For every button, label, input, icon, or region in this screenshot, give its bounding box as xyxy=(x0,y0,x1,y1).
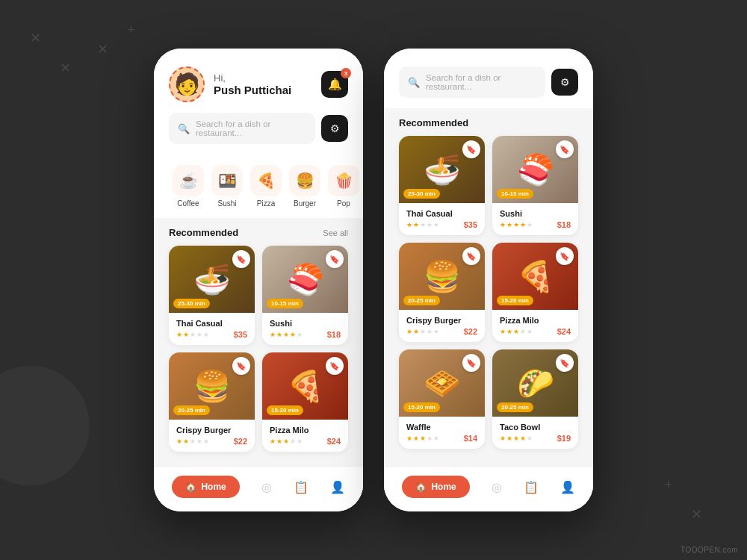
time-badge-thai: 25-30 min xyxy=(173,299,210,308)
search-box-1[interactable]: 🔍 Search for a dish or restaurant... xyxy=(169,113,315,144)
food-card-burger-1[interactable]: 🍔 20-25 min 🔖 Crispy Burger ★ ★ ★ xyxy=(169,352,255,452)
greeting-label: Hi, xyxy=(214,72,291,84)
category-row: ☕ Coffee 🍱 Sushi 🍕 Pizza 🍔 Burger 🍿 xyxy=(154,156,363,218)
watermark: TOOOPEN.com xyxy=(681,546,738,554)
time-badge-sushi-2: 10-15 min xyxy=(497,189,533,199)
food-card-sushi[interactable]: 🍣 10-15 min 🔖 Sushi ★ ★ ★ xyxy=(262,246,348,345)
notification-badge: 3 xyxy=(341,68,351,78)
bookmark-pizza-2[interactable]: 🔖 xyxy=(556,247,574,265)
search-placeholder-2: Search for a dish or restaurant... xyxy=(426,73,536,91)
nav-orders-1[interactable]: 📋 xyxy=(294,480,309,494)
category-burger[interactable]: 🍔 Burger xyxy=(285,165,324,208)
pop-icon-wrap: 🍿 xyxy=(328,165,359,196)
price-sushi-2: $18 xyxy=(557,220,571,229)
nav-orders-2[interactable]: 📋 xyxy=(524,480,539,494)
phone1-header: 🧑 Hi, Push Puttichai 🔔 3 🔍 xyxy=(154,49,363,156)
see-all-button[interactable]: See all xyxy=(323,228,348,237)
food-info-burger-2: Crispy Burger ★ ★ ★ ★ ★ $22 xyxy=(399,310,485,342)
phones-container: 🧑 Hi, Push Puttichai 🔔 3 🔍 xyxy=(154,49,593,511)
filter-button-1[interactable]: ⚙ xyxy=(321,115,348,142)
food-image-sushi-2: 🍣 10-15 min 🔖 xyxy=(492,136,578,203)
food-name-thai-2: Thai Casual xyxy=(406,209,477,218)
home-button-1[interactable]: 🏠 Home xyxy=(172,476,239,498)
price-burger: $22 xyxy=(234,437,247,446)
bookmark-waffle-2[interactable]: 🔖 xyxy=(462,354,480,372)
time-badge-burger: 20-25 min xyxy=(173,405,210,415)
food-info-sushi: Sushi ★ ★ ★ ★ ★ $18 xyxy=(262,313,348,345)
food-bottom-waffle-2: ★ ★ ★ ★ ★ $14 xyxy=(406,434,477,443)
user-row: 🧑 Hi, Push Puttichai 🔔 3 xyxy=(169,66,348,102)
category-pop[interactable]: 🍿 Pop xyxy=(324,165,363,208)
home-icon-2: 🏠 xyxy=(415,482,427,492)
food-card-burger-2[interactable]: 🍔 20-25 min 🔖 Crispy Burger ★ ★ ★ xyxy=(399,243,485,342)
food-name-sushi-2: Sushi xyxy=(500,209,571,218)
time-badge-burger-2: 20-25 min xyxy=(403,296,440,305)
category-pizza[interactable]: 🍕 Pizza xyxy=(247,165,285,208)
recommended-section-1: Recommended See all 🍜 25-30 min 🔖 Thai C… xyxy=(154,218,363,466)
food-name-burger: Crispy Burger xyxy=(176,426,247,435)
food-image-taco-2: 🌮 20-25 min 🔖 xyxy=(492,349,578,417)
time-badge-pizza: 15-20 min xyxy=(267,405,303,415)
sushi-icon-wrap: 🍱 xyxy=(211,165,243,196)
food-card-thai-2[interactable]: 🍜 25-30 min 🔖 Thai Casual ★ ★ ★ xyxy=(399,136,485,235)
food-bottom-sushi: ★ ★ ★ ★ ★ $18 xyxy=(270,330,341,339)
nav-profile-2[interactable]: 👤 xyxy=(560,480,575,494)
pop-label: Pop xyxy=(337,199,350,208)
bookmark-thai[interactable]: 🔖 xyxy=(232,250,250,268)
bookmark-pizza[interactable]: 🔖 xyxy=(326,357,344,375)
stars-sushi: ★ ★ ★ ★ ★ xyxy=(270,331,303,338)
food-card-taco-2[interactable]: 🌮 20-25 min 🔖 Taco Bowl ★ ★ ★ xyxy=(492,349,578,449)
bookmark-burger[interactable]: 🔖 xyxy=(232,357,250,375)
food-image-thai: 🍜 25-30 min 🔖 xyxy=(169,246,255,313)
food-name-taco-2: Taco Bowl xyxy=(500,423,571,432)
pop-icon: 🍿 xyxy=(335,172,353,190)
bookmark-taco-2[interactable]: 🔖 xyxy=(556,354,574,372)
stars-waffle-2: ★ ★ ★ ★ ★ xyxy=(406,435,439,442)
section-title-1: Recommended xyxy=(169,227,238,238)
bookmark-thai-2[interactable]: 🔖 xyxy=(462,140,480,158)
category-sushi[interactable]: 🍱 Sushi xyxy=(208,165,247,208)
star2: ★ xyxy=(183,331,189,338)
food-card-waffle-2[interactable]: 🧇 15-20 min 🔖 Waffle ★ ★ ★ xyxy=(399,349,485,449)
food-bottom-thai-2: ★ ★ ★ ★ ★ $35 xyxy=(406,220,477,229)
username-label: Push Puttichai xyxy=(214,84,291,96)
nav-location-2[interactable]: ◎ xyxy=(492,480,502,494)
food-bottom-thai: ★ ★ ★ ★ ★ $35 xyxy=(176,330,247,339)
coffee-label: Coffee xyxy=(177,199,199,208)
nav-profile-1[interactable]: 👤 xyxy=(330,480,345,494)
sushi-icon: 🍱 xyxy=(218,172,237,190)
food-info-pizza: Pizza Milo ★ ★ ★ ★ ★ $24 xyxy=(262,420,348,452)
greeting-text: Hi, Push Puttichai xyxy=(214,72,291,96)
category-coffee[interactable]: ☕ Coffee xyxy=(169,165,208,208)
food-card-thai[interactable]: 🍜 25-30 min 🔖 Thai Casual ★ ★ ★ xyxy=(169,246,255,345)
search-icon-2: 🔍 xyxy=(408,77,420,88)
bookmark-sushi[interactable]: 🔖 xyxy=(326,250,344,268)
pizza-icon: 🍕 xyxy=(257,172,276,190)
search-box-2[interactable]: 🔍 Search for a dish or restaurant... xyxy=(399,66,545,98)
stars-thai-2: ★ ★ ★ ★ ★ xyxy=(406,221,439,228)
food-image-pizza-2: 🍕 15-20 min 🔖 xyxy=(492,243,578,310)
search-row: 🔍 Search for a dish or restaurant... ⚙ xyxy=(169,113,348,144)
food-image-thai-2: 🍜 25-30 min 🔖 xyxy=(399,136,485,203)
stars-thai: ★ ★ ★ ★ ★ xyxy=(176,331,209,338)
avatar: 🧑 xyxy=(169,66,205,102)
food-card-pizza-2[interactable]: 🍕 15-20 min 🔖 Pizza Milo ★ ★ ★ xyxy=(492,243,578,342)
price-taco-2: $19 xyxy=(557,434,571,443)
notification-button[interactable]: 🔔 3 xyxy=(321,71,348,98)
food-image-burger-1: 🍔 20-25 min 🔖 xyxy=(169,352,255,420)
home-button-2[interactable]: 🏠 Home xyxy=(402,476,469,498)
bookmark-sushi-2[interactable]: 🔖 xyxy=(556,140,574,158)
stars-sushi-2: ★ ★ ★ ★ ★ xyxy=(500,221,533,228)
stars-burger-2: ★ ★ ★ ★ ★ xyxy=(406,328,439,335)
price-burger-2: $22 xyxy=(464,327,477,336)
bookmark-burger-2[interactable]: 🔖 xyxy=(462,247,480,265)
food-grid-2: 🍜 25-30 min 🔖 Thai Casual ★ ★ ★ xyxy=(399,136,578,449)
filter-button-2[interactable]: ⚙ xyxy=(551,69,578,96)
food-info-thai: Thai Casual ★ ★ ★ ★ ★ $35 xyxy=(169,313,255,345)
nav-location-1[interactable]: ◎ xyxy=(261,480,272,494)
food-name-sushi: Sushi xyxy=(270,319,341,328)
food-card-sushi-2[interactable]: 🍣 10-15 min 🔖 Sushi ★ ★ ★ xyxy=(492,136,578,235)
avatar-icon: 🧑 xyxy=(174,74,200,95)
food-card-pizza-1[interactable]: 🍕 15-20 min 🔖 Pizza Milo ★ ★ ★ xyxy=(262,352,348,452)
bottom-nav-2: 🏠 Home ◎ 📋 👤 xyxy=(384,466,593,511)
